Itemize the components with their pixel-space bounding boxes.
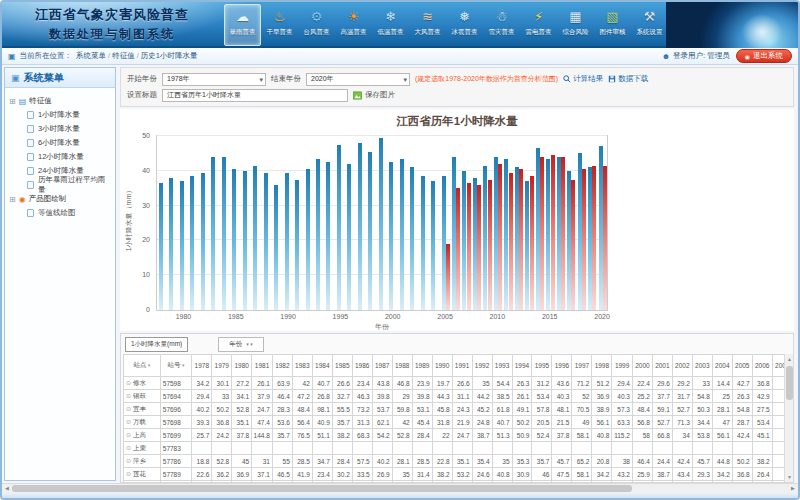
expander-icon[interactable]: ⊞ xyxy=(9,195,16,204)
column-header-year-1980[interactable]: 1980 xyxy=(232,355,252,377)
column-header-year-1994[interactable]: 1994 xyxy=(512,355,532,377)
value-cell xyxy=(672,442,692,455)
column-header-year-1990[interactable]: 1990 xyxy=(432,355,452,377)
logout-button[interactable]: ◉ 退出系统 xyxy=(736,49,792,63)
toolbar-item-combined-risk[interactable]: ▦综合风险 xyxy=(557,4,594,46)
column-header-year-2006[interactable]: 2006 xyxy=(752,355,772,377)
column-header-year-2003[interactable]: 2003 xyxy=(692,355,712,377)
radio-icon[interactable]: ⊙ xyxy=(126,419,131,425)
sidebar-item-6小时降水量[interactable]: 6小时降水量 xyxy=(27,136,111,150)
bar-national-1993 xyxy=(316,159,320,310)
unit-selector-button[interactable]: 1小时降水量(mm) xyxy=(125,337,188,352)
scroll-right-arrow[interactable]: ▶ xyxy=(788,484,798,493)
column-header-year-2001[interactable]: 2001 xyxy=(652,355,672,377)
radio-icon[interactable]: ⊙ xyxy=(126,471,131,477)
column-header-year-1998[interactable]: 1998 xyxy=(592,355,612,377)
column-header-station[interactable]: 站点 ▾ xyxy=(124,355,161,377)
column-header-year-2005[interactable]: 2005 xyxy=(732,355,752,377)
toolbar-item-settings[interactable]: ⚒系统设置 xyxy=(631,4,668,46)
toolbar-item-typhoon[interactable]: ⚙台风普查 xyxy=(298,4,335,46)
column-header-year-2000[interactable]: 2000 xyxy=(632,355,652,377)
breadcrumb-item[interactable]: 系统菜单 xyxy=(76,51,106,60)
start-year-select[interactable]: 1978年 ▾ xyxy=(162,73,266,86)
column-header-year-1999[interactable]: 1999 xyxy=(612,355,633,377)
column-header-year-1984[interactable]: 1984 xyxy=(312,355,332,377)
sidebar-item-历年暴雨过程平均雨量[interactable]: 历年暴雨过程平均雨量 xyxy=(27,178,111,192)
value-cell: 42 xyxy=(392,416,412,429)
column-header-year-1997[interactable]: 1997 xyxy=(572,355,592,377)
column-header-year-1988[interactable]: 1988 xyxy=(392,355,412,377)
expander-icon[interactable]: ⊞ xyxy=(9,97,16,106)
table-controls: 1小时降水量(mm) 年份 ▾ ▾ xyxy=(121,334,793,354)
radio-icon[interactable]: ⊙ xyxy=(126,445,131,451)
column-header-year-1991[interactable]: 1991 xyxy=(452,355,472,377)
breadcrumb-item[interactable]: 特征值 xyxy=(112,51,135,60)
horizontal-scroll-thumb[interactable] xyxy=(12,485,632,492)
end-year-value: 2020年 xyxy=(311,74,334,84)
toolbar-item-rainstorm[interactable]: ☁暴雨普查 xyxy=(224,4,261,46)
value-cell: 29.4 xyxy=(192,390,212,403)
vertical-scroll-thumb[interactable] xyxy=(786,366,793,400)
chart-title-input[interactable] xyxy=(162,89,348,102)
calc-result-button[interactable]: 计算结果 xyxy=(563,74,603,84)
sidebar-item-12小时降水量[interactable]: 12小时降水量 xyxy=(27,150,111,164)
toolbar-item-low-temp[interactable]: ❄低温普查 xyxy=(372,4,409,46)
horizontal-scrollbar[interactable]: ◀ ▶ xyxy=(2,483,798,493)
year-header-button[interactable]: 年份 ▾ ▾ xyxy=(218,337,263,352)
vertical-scrollbar[interactable]: ▲ ▼ xyxy=(784,354,793,482)
value-cell xyxy=(232,442,252,455)
column-header-year-1995[interactable]: 1995 xyxy=(532,355,552,377)
column-header-year-1979[interactable]: 1979 xyxy=(212,355,232,377)
toolbar-item-high-temp[interactable]: ☀高温普查 xyxy=(335,4,372,46)
toolbar-item-lightning[interactable]: ⚡雷电普查 xyxy=(520,4,557,46)
value-cell: 58.1 xyxy=(572,468,592,481)
column-header-year-1985[interactable]: 1985 xyxy=(332,355,352,377)
data-table: 站点 ▾站号 ▾19781979198019811982198319841985… xyxy=(123,354,793,483)
toolbar-item-drought[interactable]: ♨干旱普查 xyxy=(261,4,298,46)
app-title-line2: 数据处理与制图系统 xyxy=(8,26,216,43)
column-header-year-1986[interactable]: 1986 xyxy=(352,355,372,377)
document-icon xyxy=(27,111,34,119)
column-header-year-1982[interactable]: 1982 xyxy=(272,355,292,377)
toolbar-item-hail[interactable]: ❅冰雹普查 xyxy=(446,4,483,46)
value-cell: 53.1 xyxy=(412,403,432,416)
radio-icon[interactable]: ⊙ xyxy=(126,406,131,412)
value-cell: 53.2 xyxy=(452,468,472,481)
column-header-station-id[interactable]: 站号 ▾ xyxy=(160,355,192,377)
column-header-year-1989[interactable]: 1989 xyxy=(412,355,432,377)
column-header-year-1987[interactable]: 1987 xyxy=(372,355,392,377)
column-header-year-2004[interactable]: 2004 xyxy=(712,355,732,377)
radio-icon[interactable]: ⊙ xyxy=(126,458,131,464)
value-cell: 19.7 xyxy=(432,377,452,390)
scroll-up-arrow[interactable]: ▲ xyxy=(785,354,794,364)
radio-icon[interactable]: ⊙ xyxy=(126,380,131,386)
toolbar-item-gale[interactable]: ≋大风普查 xyxy=(409,4,446,46)
breadcrumb-item[interactable]: 历史1小时降水量 xyxy=(141,51,198,60)
data-download-button[interactable]: 数据下载 xyxy=(608,74,648,84)
sidebar-group-1[interactable]: ⊞▤特征值 xyxy=(9,94,111,108)
column-header-year-1983[interactable]: 1983 xyxy=(292,355,312,377)
end-year-select[interactable]: 2020年 ▾ xyxy=(306,73,410,86)
save-image-button[interactable]: 保存图片 xyxy=(353,90,395,100)
sidebar-item-3小时降水量[interactable]: 3小时降水量 xyxy=(27,122,111,136)
toolbar-item-map-review[interactable]: ▧图件审核 xyxy=(594,4,631,46)
column-header-year-1981[interactable]: 1981 xyxy=(252,355,273,377)
column-header-year-2002[interactable]: 2002 xyxy=(672,355,692,377)
radio-icon[interactable]: ⊙ xyxy=(126,432,131,438)
toolbar-item-snow-disaster[interactable]: ☃雪灾普查 xyxy=(483,4,520,46)
column-header-year-1978[interactable]: 1978 xyxy=(192,355,212,377)
value-cell: 27.2 xyxy=(232,377,252,390)
scroll-down-arrow[interactable]: ▼ xyxy=(785,472,794,482)
scroll-left-arrow[interactable]: ◀ xyxy=(2,484,12,493)
bar-regional-2013 xyxy=(530,176,534,310)
value-cell: 31 xyxy=(252,455,273,468)
sidebar-item-等值线绘图[interactable]: 等值线绘图 xyxy=(27,206,111,220)
radio-icon[interactable]: ⊙ xyxy=(126,393,131,399)
y-tick-label: 10 xyxy=(142,271,150,278)
column-header-year-1996[interactable]: 1996 xyxy=(552,355,572,377)
value-cell: 34.2 xyxy=(592,468,612,481)
sidebar-item-1小时降水量[interactable]: 1小时降水量 xyxy=(27,108,111,122)
value-cell: 36.9 xyxy=(592,390,612,403)
column-header-year-1992[interactable]: 1992 xyxy=(472,355,492,377)
column-header-year-1993[interactable]: 1993 xyxy=(492,355,512,377)
